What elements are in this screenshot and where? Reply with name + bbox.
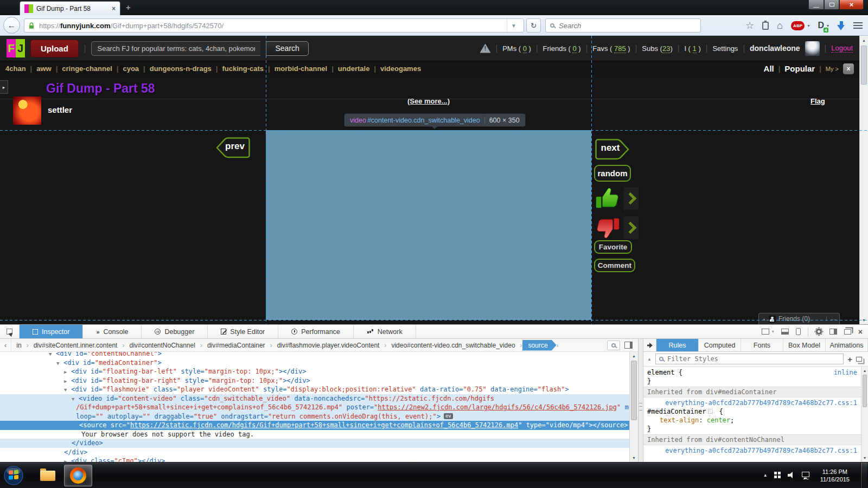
show-desktop-button[interactable] [860, 463, 867, 488]
alert-triangle-icon[interactable] [480, 44, 490, 53]
markup-line[interactable]: loop="" autoplay="" draggable="true" ond… [0, 412, 629, 421]
devtools-tab-performance[interactable]: Performance [278, 325, 354, 338]
author-name[interactable]: settler [48, 105, 72, 114]
filter-styles-box[interactable] [655, 354, 844, 364]
network-icon[interactable] [802, 472, 809, 477]
new-tab-button[interactable]: + [126, 3, 131, 12]
collapse-arrow-icon[interactable]: ▲ [647, 357, 652, 362]
dock-to-window-icon[interactable] [844, 329, 851, 335]
sidebar-tab-box-model[interactable]: Box Model [783, 339, 826, 351]
markup-line[interactable]: ▼<div id="mediaContainer"> [0, 358, 629, 368]
devtools-tab-style-editor[interactable]: Style Editor [208, 325, 278, 338]
breadcrumb-item[interactable]: div#contentNoChannel [124, 342, 200, 349]
stat-friends[interactable]: Friends ( 0 ) [543, 44, 581, 53]
stat-favs[interactable]: Favs ( 785 ) [592, 44, 630, 53]
downloads-icon[interactable] [837, 21, 845, 30]
thumbs-up-expand-icon[interactable] [624, 187, 639, 210]
select-frame-icon[interactable] [762, 329, 769, 335]
adblock-dropdown-icon[interactable]: ▾ [807, 23, 809, 28]
channel-link-videogames[interactable]: videogames [380, 65, 421, 73]
scroll-down-icon[interactable]: ▼ [861, 454, 868, 462]
bookmark-star-icon[interactable]: ☆ [745, 21, 754, 30]
channel-link-fucking-cats[interactable]: fucking-cats [222, 65, 264, 73]
sidebar-tab-fonts[interactable]: Fonts [741, 339, 783, 351]
markup-line[interactable]: </video> [0, 439, 629, 448]
scroll-up-icon[interactable]: ▲ [861, 367, 868, 375]
sidebar-tab-animations[interactable]: Animations [826, 339, 868, 351]
see-more-link[interactable]: (See more...) [266, 97, 591, 105]
url-dropdown-icon[interactable]: ▼ [507, 19, 520, 32]
start-button[interactable] [3, 465, 24, 488]
breadcrumb-item[interactable]: div#mediaContainer [202, 342, 270, 349]
random-button[interactable]: random [594, 165, 631, 182]
breadcrumb-item[interactable]: div#siteContent.inner.content [29, 342, 123, 349]
markup-line[interactable]: </div> [0, 448, 629, 457]
scroll-up-icon[interactable]: ▲ [630, 352, 638, 360]
browser-search-box[interactable] [545, 18, 701, 33]
split-console-icon[interactable] [781, 329, 789, 335]
back-button[interactable]: ← [3, 17, 20, 34]
volume-icon[interactable] [788, 472, 795, 479]
devtools-close-icon[interactable]: × [858, 328, 863, 336]
browser-tab[interactable]: Gif Dump - Part 58 × [20, 1, 120, 15]
markup-line[interactable]: ▼<div id="contentNoChannel"> [0, 352, 629, 358]
responsive-mode-icon[interactable] [796, 328, 801, 335]
taskbar-firefox-button[interactable] [64, 465, 92, 486]
rule-selector[interactable]: #mediaContainer { [643, 407, 861, 416]
browser-search-input[interactable] [558, 21, 696, 30]
markup-line[interactable]: ▼<div id="flashmovie" class="player vide… [0, 385, 629, 394]
rules-scrollbar[interactable]: ▲ ▼ [861, 367, 868, 462]
taskbar-clock[interactable]: 11:26 PM 11/16/2015 [816, 468, 854, 483]
breadcrumb-item[interactable]: video#content-video.cdn_switchable_video [386, 342, 520, 349]
favorite-button[interactable]: Favorite [594, 240, 632, 254]
channel-link-undertale[interactable]: undertale [338, 65, 370, 73]
comment-button[interactable]: Comment [594, 259, 635, 272]
sidebar-tab-rules[interactable]: Rules [656, 339, 699, 351]
bookmarks-menu-icon[interactable] [762, 22, 769, 30]
devtools-tab-inspector[interactable]: Inspector [20, 325, 83, 338]
channel-link-4chan[interactable]: 4chan [5, 65, 26, 73]
scroll-up-icon[interactable]: ▲ [860, 36, 868, 44]
home-icon[interactable]: ⌂ [777, 21, 783, 30]
filter-all-link[interactable]: All [764, 64, 774, 73]
scrollbar-thumb[interactable] [631, 361, 637, 420]
sidebar-toggle-icon[interactable] [624, 342, 633, 349]
window-minimize-button[interactable]: — [808, 0, 824, 10]
flag-link[interactable]: Flag [810, 97, 825, 105]
breadcrumb-scroll-left-icon[interactable]: ‹ [0, 339, 11, 351]
channel-link-dungeons-n-drags[interactable]: dungeons-n-drags [150, 65, 212, 73]
fj-search-input[interactable] [91, 41, 260, 56]
stylesheet-link[interactable]: everything-a0cfcd72ab777b497d789c7a468b2… [643, 399, 861, 407]
stat-subs[interactable]: Subs (23) [642, 44, 672, 53]
page-scrollbar[interactable]: ▲ ▼ [859, 36, 868, 324]
prev-button[interactable]: prev [213, 137, 251, 159]
author-avatar[interactable] [13, 97, 41, 125]
breadcrumb-item[interactable]: in [11, 342, 26, 349]
channel-link-cyoa[interactable]: cyoa [123, 65, 139, 73]
markup-line[interactable]: /Gif+dump+part+58+small+since+i+get+comp… [0, 403, 629, 412]
fj-search-button[interactable]: Search [266, 41, 308, 56]
event-badge[interactable]: ev [444, 413, 453, 419]
channel-link-aww[interactable]: aww [36, 65, 51, 73]
markup-line[interactable]: <source src="https://2static.fjcdn.com/h… [0, 421, 629, 430]
stylesheet-link[interactable]: everything-a0cfcd72ab777b497d789c7a468b2… [643, 446, 861, 455]
devtools-settings-icon[interactable] [815, 328, 822, 335]
markup-line[interactable]: ▶<div id="floating-bar-left" style="marg… [0, 367, 629, 376]
devtools-tab-console[interactable]: »Console [83, 325, 142, 338]
user-avatar[interactable] [805, 41, 820, 56]
markup-line[interactable]: ▶<div id="floating-bar-right" style="mar… [0, 376, 629, 386]
upload-button[interactable]: Upload [30, 40, 79, 57]
tab-close-icon[interactable]: × [112, 5, 116, 12]
scrollbar-thumb[interactable] [863, 375, 867, 407]
settings-link[interactable]: Settings [712, 44, 738, 53]
show-hidden-icons[interactable]: ▲ [763, 473, 768, 478]
stat-pms[interactable]: PMs ( 0 ) [502, 44, 531, 53]
tray-grid-icon[interactable] [774, 472, 777, 474]
sidebar-expand-tab[interactable]: ▸ [0, 80, 8, 94]
downloadhelper-icon[interactable]: D4 [818, 21, 824, 30]
pick-element-button[interactable] [0, 325, 20, 338]
panel-splitter[interactable] [638, 339, 643, 462]
window-maximize-button[interactable] [824, 0, 839, 10]
markup-line[interactable]: ▼<video id="content-video" class="cdn_sw… [0, 394, 629, 403]
rule-property[interactable]: text-align: center; [643, 416, 861, 425]
